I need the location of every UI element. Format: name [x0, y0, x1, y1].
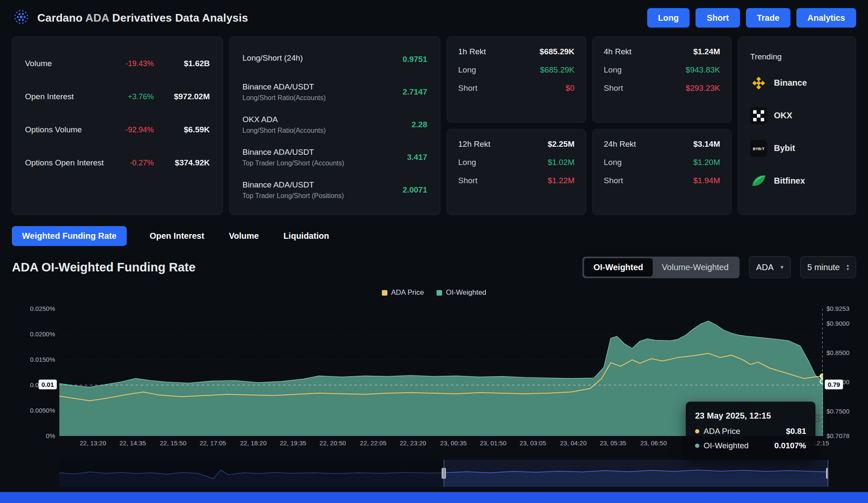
rekt-title: 24h Rekt: [604, 140, 636, 149]
left-axis-tick: 0.0150%: [30, 356, 55, 363]
ratio-subtitle: Top Trader Long/Short (Positions): [242, 192, 344, 200]
stat-row-options-volume: Options Volume -92.94% $6.59K: [25, 113, 210, 146]
current-funding-marker: 0.01: [39, 380, 57, 389]
trending-title: Trending: [750, 47, 844, 67]
left-axis-tick: 0.0050%: [30, 407, 55, 414]
weight-toggle: OI-Weighted Volume-Weighted: [582, 257, 740, 278]
x-axis-tick: 22, 18:20: [240, 439, 267, 447]
trending-item-bybit[interactable]: BYB!T Bybit: [750, 132, 844, 165]
left-axis-tick: 0%: [46, 432, 55, 439]
x-axis-tick: 23, 05:35: [600, 439, 626, 447]
header-nav: Long Short Trade Analytics: [647, 8, 856, 28]
stat-change: -19.43%: [106, 59, 154, 68]
ratio-title: OKX ADA: [242, 115, 326, 124]
okx-icon: [750, 107, 767, 124]
tooltip-value: $0.81: [786, 427, 806, 436]
legend-ada-price[interactable]: ADA Price: [382, 288, 424, 297]
rekt-total: $2.25M: [548, 140, 574, 149]
chart-navigator[interactable]: [59, 460, 828, 487]
left-axis-tick: 0.0200%: [30, 330, 55, 338]
stat-change: +3.76%: [106, 92, 154, 101]
tooltip-row-ada-price: ADA Price $0.81: [695, 427, 806, 436]
navigator-handle-left[interactable]: [442, 468, 446, 479]
trending-name: Binance: [774, 78, 807, 88]
chart-tabs: Weighted Funding Rate Open Interest Volu…: [12, 226, 856, 246]
trending-item-bitfinex[interactable]: Bitfinex: [750, 165, 844, 197]
svg-text:BYB!T: BYB!T: [753, 147, 765, 151]
left-axis-tick: 0.0250%: [30, 305, 55, 312]
trade-button[interactable]: Trade: [746, 8, 790, 28]
stats-row: Volume -19.43% $1.62B Open Interest +3.7…: [12, 36, 856, 215]
interval-select[interactable]: 5 minute ▴▾: [800, 256, 856, 278]
right-axis-tick: $0.7078: [826, 432, 849, 439]
tab-open-interest[interactable]: Open Interest: [148, 226, 206, 246]
ada-price-dot-icon: [695, 429, 699, 433]
analytics-button[interactable]: Analytics: [796, 8, 856, 28]
x-axis-tick: 22, 23:20: [400, 439, 426, 447]
tooltip-value: 0.0107%: [774, 441, 806, 450]
stat-change: -0.27%: [106, 159, 154, 168]
stat-change: -92.94%: [106, 126, 154, 134]
ada-price-current-dot: [820, 374, 823, 379]
rekt-long-label: Long: [604, 158, 622, 167]
navigator-selection[interactable]: [444, 460, 828, 487]
long-button[interactable]: Long: [647, 8, 690, 28]
rekt-total: $3.14M: [693, 140, 720, 149]
trending-item-binance[interactable]: Binance: [750, 67, 844, 99]
tab-liquidation[interactable]: Liquidation: [282, 226, 331, 246]
tooltip-label: OI-Weighted: [704, 441, 748, 450]
section-title: ADA OI-Weighted Funding Rate: [12, 260, 195, 274]
x-axis-tick: 22, 14:35: [120, 439, 146, 447]
short-button[interactable]: Short: [696, 8, 740, 28]
ratio-value: 0.9751: [403, 55, 427, 64]
tooltip-label: ADA Price: [704, 427, 740, 436]
oi-weighted-toggle[interactable]: OI-Weighted: [584, 258, 652, 277]
right-axis: 0.79 $0.9253$0.9000$0.8500$0.8000$0.7500…: [823, 309, 856, 436]
bitfinex-icon: [750, 173, 767, 190]
legend-oi-weighted[interactable]: OI-Weighted: [437, 288, 486, 297]
x-axis-tick: 23, 00:35: [440, 439, 467, 447]
right-axis-tick: $0.9000: [826, 320, 849, 327]
rekt-long-label: Long: [458, 158, 476, 167]
x-axis-tick: 22, 19:35: [280, 439, 306, 447]
top-bar: Cardano ADA Derivatives Data Analysis Lo…: [12, 0, 856, 36]
tab-volume[interactable]: Volume: [227, 226, 261, 246]
right-axis-tick: $0.7500: [826, 408, 849, 415]
symbol-select[interactable]: ADA ▾: [749, 256, 791, 278]
oi-weighted-current-dot: [820, 379, 823, 384]
rekt-card-24h: 24h Rekt$3.14M Long$1.20M Short$1.94M: [593, 129, 732, 215]
trending-name: OKX: [774, 111, 792, 120]
cardano-logo: [12, 8, 31, 28]
rekt-card-12h: 12h Rekt$2.25M Long$1.02M Short$1.22M: [447, 129, 586, 215]
ada-price-swatch: [382, 290, 387, 296]
ratio-value: 2.0071: [403, 185, 427, 195]
x-axis-tick: 23, 03:05: [520, 439, 546, 447]
volume-weighted-toggle[interactable]: Volume-Weighted: [653, 258, 738, 277]
stat-label: Options Volume: [25, 125, 106, 134]
market-stats-panel: Volume -19.43% $1.62B Open Interest +3.7…: [12, 36, 223, 215]
rekt-total: $1.24M: [693, 47, 720, 56]
x-axis-tick: 22, 22:05: [360, 439, 387, 447]
left-axis: 0.01 0.0250%0.0200%0.0150%0.0100%0.0050%…: [12, 309, 59, 436]
right-axis-tick: $0.9253: [826, 305, 849, 312]
oi-weighted-swatch: [437, 290, 442, 296]
section-head: ADA OI-Weighted Funding Rate OI-Weighted…: [12, 256, 856, 278]
rekt-total: $685.29K: [540, 47, 574, 56]
long-short-row: Binance ADA/USDTLong/Short Ratio(Account…: [242, 75, 427, 108]
navigator-handle-right[interactable]: [826, 468, 828, 479]
long-short-panel: Long/Short (24h) 0.9751 Binance ADA/USDT…: [229, 36, 440, 215]
x-axis-tick: 23, 06:50: [640, 439, 667, 447]
trending-item-okx[interactable]: OKX: [750, 99, 844, 132]
chart-controls: OI-Weighted Volume-Weighted ADA ▾ 5 minu…: [582, 256, 856, 278]
rekt-short-label: Short: [604, 176, 623, 185]
rekt-short-value: $1.94M: [693, 176, 720, 185]
ratio-value: 3.417: [407, 153, 427, 162]
chart-legend: ADA Price OI-Weighted: [12, 288, 856, 298]
tab-weighted-funding-rate[interactable]: Weighted Funding Rate: [12, 226, 127, 246]
ratio-title: Binance ADA/USDT: [242, 82, 326, 92]
rekt-long-label: Long: [604, 65, 622, 75]
rekt-long-value: $1.02M: [548, 158, 574, 167]
stat-row-volume: Volume -19.43% $1.62B: [25, 47, 210, 80]
bybit-icon: BYB!T: [750, 140, 767, 157]
x-axis-tick: 23, 04:20: [560, 439, 587, 447]
